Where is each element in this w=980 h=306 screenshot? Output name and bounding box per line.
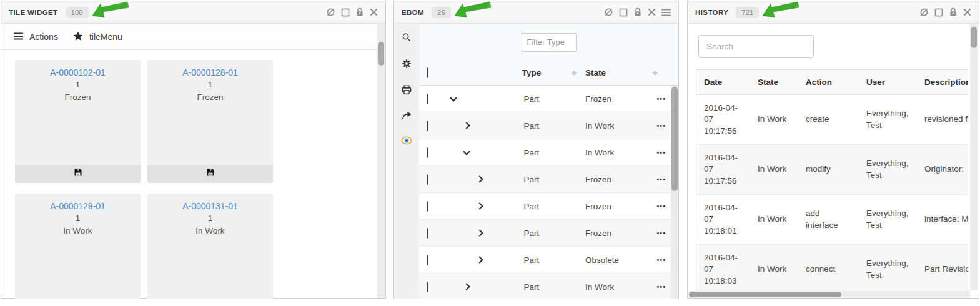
refresh-icon[interactable] (326, 7, 335, 17)
cell-state: In Work (582, 148, 647, 157)
close-icon[interactable] (648, 8, 656, 16)
ebom-rows: Part Frozen ••• Part In Work ••• Part (419, 86, 678, 299)
print-icon[interactable] (402, 85, 412, 97)
cell-state: Obsolete (582, 255, 647, 265)
chevron-right-icon[interactable] (476, 175, 483, 182)
cell-type: Part (497, 282, 566, 292)
row-checkbox[interactable] (427, 282, 428, 292)
column-header-state: State (758, 77, 806, 87)
table-row[interactable]: 2016-04-07 10:17:56 In Work modify Every… (696, 145, 968, 195)
cell-type: Part (497, 148, 566, 157)
select-all-checkbox[interactable] (427, 67, 428, 78)
cell-action: add interface (806, 208, 866, 230)
lock-icon[interactable] (949, 7, 958, 17)
chevron-right-icon[interactable] (463, 283, 470, 290)
row-checkbox[interactable] (427, 147, 428, 158)
cell-state: In Work (758, 164, 806, 175)
cell-type: Part (497, 121, 566, 131)
close-icon[interactable] (370, 8, 378, 16)
refresh-icon[interactable] (919, 7, 929, 17)
table-row[interactable]: 2016-04-07 10:18:03 In Work connect Ever… (696, 245, 968, 295)
menu-icon[interactable] (661, 9, 671, 16)
tile-menu[interactable]: tileMenu (73, 31, 122, 42)
cell-state: In Work (758, 114, 806, 125)
chevron-right-icon[interactable] (463, 122, 470, 129)
cell-description: interface: M (924, 214, 968, 225)
cell-description: Part Revisio (924, 264, 968, 275)
table-row[interactable]: 2016-04-07 10:18:01 In Work add interfac… (696, 195, 968, 245)
table-row[interactable]: 2016-04-07 10:17:56 In Work create Every… (696, 95, 968, 145)
vertical-scrollbar[interactable] (970, 24, 978, 291)
tile-widget-toolbar: Actions tileMenu (1, 24, 385, 50)
tile-qty: 1 (15, 212, 141, 225)
table-row[interactable]: Part Frozen ••• (419, 220, 678, 247)
ebom-header: EBOM 26 (394, 1, 678, 24)
table-row[interactable]: Part In Work ••• (419, 139, 678, 166)
sort-icon[interactable] (571, 70, 576, 75)
tile-link[interactable]: A-0000102-01 (15, 66, 141, 79)
row-checkbox[interactable] (427, 228, 428, 239)
table-row[interactable]: Part Frozen ••• (419, 86, 678, 112)
scrollbar-thumb[interactable] (971, 27, 977, 48)
horizontal-scrollbar[interactable] (688, 291, 970, 298)
lock-icon[interactable] (355, 7, 364, 17)
row-checkbox[interactable] (427, 174, 428, 185)
tile-link[interactable]: A-0000128-01 (147, 66, 273, 79)
tile-link[interactable]: A-0000131-01 (147, 200, 273, 212)
column-header-state[interactable]: State (582, 68, 647, 77)
tile-save-footer[interactable] (147, 165, 273, 183)
history-column-header: Date State Action User Description (696, 70, 968, 95)
table-row[interactable]: Part In Work ••• (419, 274, 678, 299)
chevron-right-icon[interactable] (476, 202, 483, 209)
cell-description: Originator: (924, 164, 968, 175)
tile-card[interactable]: A-0000131-01 1 In Work (147, 194, 273, 299)
table-row[interactable]: Part Obsolete ••• (419, 247, 678, 274)
sort-icon[interactable] (652, 70, 657, 75)
row-checkbox[interactable] (427, 201, 428, 212)
tile-card[interactable]: A-0000128-01 1 Frozen (147, 60, 273, 183)
search-icon[interactable] (402, 32, 412, 45)
eye-icon[interactable] (401, 136, 412, 147)
table-row[interactable]: Part Frozen ••• (419, 166, 678, 193)
maximize-icon[interactable] (619, 8, 628, 17)
actions-menu[interactable]: Actions (14, 32, 58, 42)
ebom-filter-row (419, 24, 678, 61)
column-header-type[interactable]: Type (497, 68, 566, 77)
chevron-right-icon[interactable] (476, 229, 483, 236)
row-checkbox[interactable] (427, 121, 428, 131)
chevron-down-icon[interactable] (463, 148, 470, 155)
refresh-icon[interactable] (604, 7, 613, 17)
row-checkbox[interactable] (427, 255, 428, 265)
scrollbar-thumb[interactable] (671, 87, 678, 191)
table-row[interactable]: Part In Work ••• (419, 112, 678, 139)
tile-state: In Work (15, 225, 141, 237)
tile-widget-header: TILE WIDGET 100 (1, 1, 385, 24)
lock-icon[interactable] (633, 7, 642, 17)
maximize-icon[interactable] (934, 8, 943, 17)
star-icon (73, 31, 83, 42)
cell-user: Everything, Test (866, 108, 924, 131)
vertical-scrollbar[interactable] (377, 24, 385, 298)
panel-title: EBOM (402, 9, 424, 16)
cell-action: connect (806, 264, 866, 275)
close-icon[interactable] (963, 8, 971, 16)
tile-state: Frozen (15, 91, 141, 104)
tile-card[interactable]: A-0000129-01 1 In Work (15, 194, 141, 299)
share-icon[interactable] (402, 111, 412, 122)
tile-card[interactable]: A-0000102-01 1 Frozen (15, 60, 141, 183)
vertical-scrollbar[interactable] (671, 86, 678, 299)
column-header-action: Action (806, 77, 866, 87)
column-header-description: Description (924, 77, 968, 87)
scrollbar-thumb[interactable] (378, 42, 384, 66)
scrollbar-thumb[interactable] (689, 292, 841, 297)
tile-save-footer[interactable] (15, 165, 141, 183)
chevron-down-icon[interactable] (450, 94, 457, 101)
search-input[interactable] (698, 35, 814, 58)
tile-link[interactable]: A-0000129-01 (15, 200, 141, 212)
maximize-icon[interactable] (341, 8, 350, 17)
row-checkbox[interactable] (427, 94, 428, 104)
gear-icon[interactable] (402, 59, 412, 71)
table-row[interactable]: Part Frozen ••• (419, 193, 678, 220)
chevron-right-icon[interactable] (476, 256, 483, 263)
filter-type-input[interactable] (522, 33, 577, 52)
